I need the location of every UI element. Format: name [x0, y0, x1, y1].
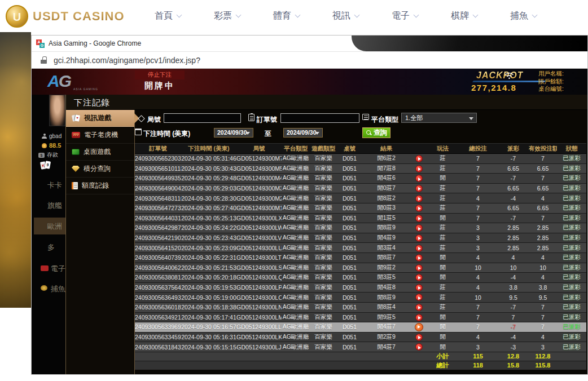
table-row[interactable]: 2409300565230322024-09-30 05:31:46GD0512…: [135, 154, 586, 164]
nav-item-lottery[interactable]: 彩票: [211, 10, 244, 22]
sidebar-item-live-games[interactable]: 視訊遊戲: [66, 110, 134, 127]
play-cell[interactable]: [410, 203, 427, 213]
nav-item-live[interactable]: 視訊: [330, 10, 362, 22]
payout-cell: -7: [498, 302, 529, 312]
table-row[interactable]: 2409300564219072024-09-30 05:23:43GD0512…: [135, 233, 586, 243]
play-icon[interactable]: [415, 323, 423, 331]
table-row[interactable]: 2409300564831102024-09-30 05:28:30GD0512…: [135, 193, 586, 203]
site-logo[interactable]: U USDT CASINO: [6, 5, 125, 28]
table-row[interactable]: 2409300564298712024-09-30 05:24:22GD0512…: [135, 223, 586, 233]
play-cell[interactable]: [410, 213, 427, 223]
nav-item-slots[interactable]: 電子: [389, 10, 422, 22]
play-icon[interactable]: [415, 205, 423, 212]
table-row[interactable]: 2409300563492162024-09-30 05:17:41GD0512…: [135, 312, 586, 322]
play-icon[interactable]: [415, 234, 423, 242]
sidebar-item-slot-machines[interactable]: 電子老虎機: [66, 127, 134, 144]
play-icon[interactable]: [415, 264, 423, 272]
result-cell: 閒8莊9: [362, 293, 410, 303]
play-cell[interactable]: [410, 293, 427, 303]
round-no-input[interactable]: [164, 113, 241, 123]
date-from-picker[interactable]: 2024/09/30: [214, 128, 253, 138]
table-row[interactable]: 2409300564073932024-09-30 05:22:31GD0512…: [135, 252, 586, 263]
dropdown-arrow-icon: [469, 117, 473, 120]
table-row[interactable]: 2409300564900482024-09-30 05:29:03GD0512…: [135, 183, 586, 193]
play-icon[interactable]: [415, 274, 423, 281]
table-row[interactable]: 2409300564993592024-09-30 05:29:48GD0512…: [135, 174, 586, 184]
play-cell[interactable]: [410, 302, 427, 312]
play-icon[interactable]: [415, 254, 423, 262]
play-icon[interactable]: [415, 155, 423, 162]
play-cell[interactable]: [410, 282, 427, 293]
address-bar[interactable]: gci.2hhapi.com/agingame/pcv1/index.jsp?: [32, 51, 587, 69]
play-icon[interactable]: [415, 245, 423, 252]
result-cell: 閒8莊9: [362, 223, 410, 233]
fish-mini-icon: [41, 285, 47, 291]
nav-item-fishing[interactable]: 捕魚: [507, 10, 540, 22]
play-cell[interactable]: [410, 193, 427, 203]
play-cell[interactable]: [410, 233, 427, 243]
search-button[interactable]: 查詢: [362, 127, 390, 138]
ag-banner: AG ASIA GAMING 停止下注 開牌中 JACKPOT 277,214.…: [32, 69, 587, 95]
nav-item-home[interactable]: 首頁: [152, 10, 185, 22]
play-icon[interactable]: [415, 185, 423, 192]
play-icon[interactable]: [415, 304, 423, 311]
play-cell[interactable]: [410, 273, 427, 283]
table-row[interactable]: 2409300565101182024-09-30 05:30:43GD0512…: [135, 163, 586, 174]
table-row[interactable]: 2409300564006212024-09-30 05:21:53GD0512…: [135, 263, 586, 273]
sidebar-item-table-games[interactable]: 桌面遊戲: [66, 144, 134, 161]
play-cell[interactable]: [410, 342, 427, 352]
play-icon[interactable]: [415, 215, 423, 222]
table-row[interactable]: 2409300563649382024-09-30 05:19:00GD0512…: [135, 293, 586, 303]
result-cell: 閒4莊6: [362, 174, 410, 184]
date-to-picker[interactable]: 2024/09/30: [283, 128, 323, 138]
window-titlebar[interactable]: Asia Gaming - Google Chrome: [32, 36, 587, 51]
valid-bet-cell: 7: [529, 154, 557, 164]
order-no-input[interactable]: [280, 113, 359, 123]
result-cell: 閒3莊4: [362, 243, 410, 253]
result-cell: 閒7莊8: [362, 163, 410, 174]
play-cell[interactable]: [410, 154, 427, 164]
play-cell[interactable]: [410, 223, 427, 233]
table-row[interactable]: 2409300563345972024-09-30 05:16:31GD0512…: [135, 332, 586, 342]
play-icon[interactable]: [415, 334, 423, 341]
nav-items: 首頁 彩票 體育 視訊 電子 棋牌 捕魚: [152, 10, 540, 22]
play-icon[interactable]: [415, 294, 423, 301]
nav-item-sports[interactable]: 體育: [270, 10, 303, 22]
play-cell[interactable]: [410, 252, 427, 263]
table-row[interactable]: 2409300563184362024-09-30 05:15:15GD0512…: [135, 342, 586, 352]
play-cell[interactable]: [410, 312, 427, 322]
play-icon[interactable]: [415, 314, 423, 321]
sidebar-item-quota-records[interactable]: 額度記錄: [66, 178, 134, 194]
play-cell[interactable]: [410, 263, 427, 273]
table-row[interactable]: 2409300564727332024-09-30 05:27:40GD0512…: [135, 203, 586, 213]
table-row[interactable]: 2409300563601872024-09-30 05:18:38GD0512…: [135, 302, 586, 312]
platform-type-value: 1.全部: [405, 114, 423, 121]
play-cell[interactable]: [410, 322, 427, 333]
play-icon[interactable]: [415, 165, 423, 172]
play-icon[interactable]: [415, 284, 423, 291]
round-no-cell: GD051249300LV: [236, 233, 282, 243]
platform-cell: AG歐洲廳: [282, 174, 310, 184]
sidebar-item-points-query[interactable]: 積分查詢: [66, 161, 134, 178]
play-icon[interactable]: [415, 175, 423, 182]
play-icon[interactable]: [415, 224, 423, 232]
play-cell[interactable]: [410, 243, 427, 253]
play-icon[interactable]: [415, 195, 423, 202]
platform-type-select[interactable]: 1.全部: [401, 113, 477, 123]
bet-time-cell: 2024-09-30 05:27:40: [181, 203, 236, 213]
game-type-cell: 百家樂: [310, 302, 337, 312]
nav-item-poker[interactable]: 棋牌: [448, 10, 481, 22]
play-icon[interactable]: [415, 343, 423, 351]
table-row[interactable]: 2409300563396922024-09-30 05:16:57GD0512…: [135, 322, 586, 333]
table-no-cell: D051: [337, 203, 362, 213]
table-row[interactable]: 2409300563808102024-09-30 05:20:18GD0512…: [135, 273, 586, 283]
table-row[interactable]: 2409300563756452024-09-30 05:19:53GD0512…: [135, 282, 586, 293]
table-row[interactable]: 2409300564152062024-09-30 05:23:09GD0512…: [135, 243, 586, 253]
play-cell[interactable]: [410, 163, 427, 174]
table-row[interactable]: 2409300564403162024-09-30 05:25:13GD0512…: [135, 213, 586, 223]
order-no-cell: 240930056334597: [135, 332, 181, 342]
bet-time-cell: 2024-09-30 05:17:41: [181, 312, 236, 322]
play-cell[interactable]: [410, 174, 427, 184]
play-cell[interactable]: [410, 332, 427, 342]
play-cell[interactable]: [410, 183, 427, 193]
